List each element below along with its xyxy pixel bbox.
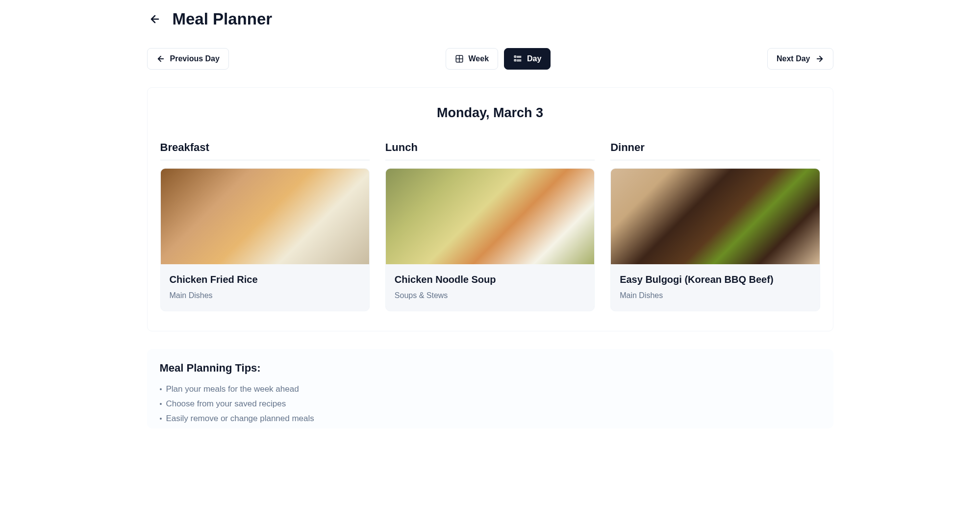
- previous-day-label: Previous Day: [170, 54, 220, 63]
- tips-title: Meal Planning Tips:: [160, 362, 821, 375]
- meal-category: Soups & Stews: [395, 291, 585, 300]
- previous-day-button[interactable]: Previous Day: [147, 48, 229, 70]
- tip-item: • Easily remove or change planned meals: [160, 414, 821, 424]
- meal-name: Easy Bulgogi (Korean BBQ Beef): [620, 274, 810, 285]
- bullet-icon: •: [160, 385, 162, 393]
- view-toggle: Week Day: [446, 48, 551, 70]
- bullet-icon: •: [160, 400, 162, 408]
- meal-name: Chicken Fried Rice: [170, 274, 360, 285]
- meal-image: [161, 169, 369, 264]
- tip-item: • Plan your meals for the week ahead: [160, 384, 821, 394]
- meal-info: Easy Bulgogi (Korean BBQ Beef) Main Dish…: [611, 264, 819, 311]
- svg-rect-5: [514, 56, 516, 57]
- next-day-button[interactable]: Next Day: [767, 48, 833, 70]
- nav-bar: Previous Day Week: [147, 48, 833, 70]
- arrow-left-icon: [156, 54, 165, 63]
- meal-category: Main Dishes: [170, 291, 360, 300]
- week-view-button[interactable]: Week: [446, 48, 499, 70]
- arrow-left-icon: [149, 13, 161, 25]
- meal-info: Chicken Noodle Soup Soups & Stews: [386, 264, 594, 311]
- tip-text: Plan your meals for the week ahead: [166, 384, 299, 394]
- meal-name: Chicken Noodle Soup: [395, 274, 585, 285]
- meal-section-lunch: Lunch Chicken Noodle Soup Soups & Stews: [385, 141, 595, 311]
- meal-slot-title: Dinner: [610, 141, 820, 160]
- list-icon: [513, 54, 522, 63]
- day-date: Monday, March 3: [160, 105, 820, 121]
- meal-card[interactable]: Chicken Fried Rice Main Dishes: [160, 168, 370, 311]
- week-view-label: Week: [469, 54, 489, 63]
- svg-rect-6: [514, 60, 516, 61]
- arrow-right-icon: [815, 54, 824, 63]
- meal-section-breakfast: Breakfast Chicken Fried Rice Main Dishes: [160, 141, 370, 311]
- meal-card[interactable]: Chicken Noodle Soup Soups & Stews: [385, 168, 595, 311]
- meal-category: Main Dishes: [620, 291, 810, 300]
- day-panel: Monday, March 3 Breakfast Chicken Fried …: [147, 87, 833, 331]
- next-day-label: Next Day: [777, 54, 810, 63]
- tip-item: • Choose from your saved recipes: [160, 399, 821, 409]
- bullet-icon: •: [160, 415, 162, 423]
- day-view-label: Day: [527, 54, 541, 63]
- meal-info: Chicken Fried Rice Main Dishes: [161, 264, 369, 311]
- day-view-button[interactable]: Day: [504, 48, 551, 70]
- meal-image: [386, 169, 594, 264]
- meal-image: [611, 169, 819, 264]
- tip-text: Easily remove or change planned meals: [166, 414, 314, 424]
- meal-slot-title: Lunch: [385, 141, 595, 160]
- page-title: Meal Planner: [173, 10, 273, 28]
- meals-grid: Breakfast Chicken Fried Rice Main Dishes…: [160, 141, 820, 311]
- back-button[interactable]: [147, 11, 163, 27]
- tip-text: Choose from your saved recipes: [166, 399, 286, 409]
- tips-panel: Meal Planning Tips: • Plan your meals fo…: [147, 349, 833, 428]
- meal-section-dinner: Dinner Easy Bulgogi (Korean BBQ Beef) Ma…: [610, 141, 820, 311]
- meal-card[interactable]: Easy Bulgogi (Korean BBQ Beef) Main Dish…: [610, 168, 820, 311]
- tips-list: • Plan your meals for the week ahead • C…: [160, 384, 821, 424]
- grid-icon: [455, 54, 464, 63]
- meal-slot-title: Breakfast: [160, 141, 370, 160]
